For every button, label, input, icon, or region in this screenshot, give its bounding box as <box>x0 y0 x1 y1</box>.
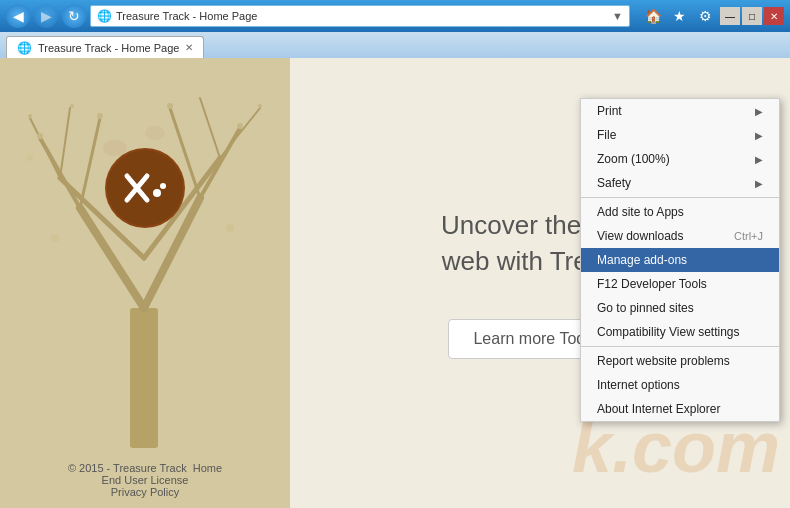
maximize-button[interactable]: □ <box>742 7 762 25</box>
menu-item-arrow: ▶ <box>755 154 763 165</box>
menu-item-label: Manage add-ons <box>597 253 687 267</box>
svg-point-25 <box>145 126 165 140</box>
tab-bar: 🌐 Treasure Track - Home Page ✕ <box>0 32 790 58</box>
svg-point-26 <box>107 150 183 226</box>
address-text: Treasure Track - Home Page <box>116 10 608 22</box>
footer-eula-link[interactable]: End User License <box>102 474 189 486</box>
menu-item-label: Print <box>597 104 622 118</box>
menu-item-file[interactable]: File▶ <box>581 123 779 147</box>
svg-point-18 <box>28 114 32 118</box>
menu-item-label: About Internet Explorer <box>597 402 720 416</box>
menu-item-arrow: ▶ <box>755 106 763 117</box>
menu-item-label: File <box>597 128 616 142</box>
menu-item-print[interactable]: Print▶ <box>581 99 779 123</box>
tab-icon: 🌐 <box>17 41 32 55</box>
menu-item-label: Go to pinned sites <box>597 301 694 315</box>
forward-button[interactable]: ▶ <box>34 4 58 28</box>
refresh-button[interactable]: ↻ <box>62 4 86 28</box>
menu-item-go-to-pinned-sites[interactable]: Go to pinned sites <box>581 296 779 320</box>
menu-separator <box>581 346 779 347</box>
menu-item-label: Add site to Apps <box>597 205 684 219</box>
svg-rect-1 <box>130 308 158 448</box>
title-bar: ◀ ▶ ↻ 🌐 Treasure Track - Home Page ▼ 🏠 ★… <box>0 0 790 32</box>
back-button[interactable]: ◀ <box>6 4 30 28</box>
svg-point-15 <box>97 113 103 119</box>
minimize-button[interactable]: — <box>720 7 740 25</box>
svg-point-29 <box>153 189 161 197</box>
svg-point-19 <box>70 104 74 108</box>
menu-item-label: F12 Developer Tools <box>597 277 707 291</box>
menu-item-f12-developer-tools[interactable]: F12 Developer Tools <box>581 272 779 296</box>
svg-point-17 <box>167 103 173 109</box>
address-bar-area: 🌐 Treasure Track - Home Page ▼ <box>90 5 630 27</box>
menu-item-view-downloads[interactable]: View downloadsCtrl+J <box>581 224 779 248</box>
tab-label: Treasure Track - Home Page <box>38 42 179 54</box>
page-sidebar: © 2015 - Treasure Track Home End User Li… <box>0 58 290 508</box>
footer-links: © 2015 - Treasure Track Home End User Li… <box>0 462 290 498</box>
svg-point-14 <box>37 133 43 139</box>
context-menu: Print▶File▶Zoom (100%)▶Safety▶Add site t… <box>580 98 780 422</box>
menu-item-safety[interactable]: Safety▶ <box>581 171 779 195</box>
tree-illustration <box>0 58 290 478</box>
menu-item-compatibility-view-settings[interactable]: Compatibility View settings <box>581 320 779 344</box>
menu-item-label: Internet options <box>597 378 680 392</box>
menu-item-internet-options[interactable]: Internet options <box>581 373 779 397</box>
menu-item-add-site-to-apps[interactable]: Add site to Apps <box>581 200 779 224</box>
svg-point-16 <box>237 123 243 129</box>
menu-item-label: Zoom (100%) <box>597 152 670 166</box>
site-logo <box>105 148 185 228</box>
menu-item-about-internet-explorer[interactable]: About Internet Explorer <box>581 397 779 421</box>
menu-item-label: Compatibility View settings <box>597 325 740 339</box>
menu-item-manage-add-ons[interactable]: Manage add-ons <box>581 248 779 272</box>
footer-home-link[interactable]: Home <box>193 462 222 474</box>
address-search-icon: ▼ <box>612 10 623 22</box>
menu-separator <box>581 197 779 198</box>
address-bar[interactable]: 🌐 Treasure Track - Home Page ▼ <box>90 5 630 27</box>
footer-copyright-line: © 2015 - Treasure Track Home <box>0 462 290 474</box>
menu-item-label: Safety <box>597 176 631 190</box>
home-button[interactable]: 🏠 <box>642 5 664 27</box>
browser-window: ◀ ▶ ↻ 🌐 Treasure Track - Home Page ▼ 🏠 ★… <box>0 0 790 508</box>
menu-item-report-website-problems[interactable]: Report website problems <box>581 349 779 373</box>
menu-item-arrow: ▶ <box>755 178 763 189</box>
svg-point-23 <box>27 155 33 161</box>
footer-copyright: © 2015 - Treasure Track <box>68 462 187 474</box>
menu-item-label: Report website problems <box>597 354 730 368</box>
svg-point-21 <box>51 234 59 242</box>
toolbar-right: 🏠 ★ ⚙ <box>642 5 716 27</box>
close-button[interactable]: ✕ <box>764 7 784 25</box>
menu-item-label: View downloads <box>597 229 684 243</box>
svg-point-30 <box>160 183 166 189</box>
svg-point-22 <box>226 224 234 232</box>
menu-item-zoom-(100%)[interactable]: Zoom (100%)▶ <box>581 147 779 171</box>
address-icon: 🌐 <box>97 9 112 23</box>
favorites-button[interactable]: ★ <box>668 5 690 27</box>
active-tab[interactable]: 🌐 Treasure Track - Home Page ✕ <box>6 36 204 58</box>
menu-item-shortcut: Ctrl+J <box>734 230 763 242</box>
content-area: © 2015 - Treasure Track Home End User Li… <box>0 58 790 508</box>
footer-privacy-link[interactable]: Privacy Policy <box>111 486 179 498</box>
svg-point-20 <box>258 104 262 108</box>
tab-close-button[interactable]: ✕ <box>185 42 193 53</box>
window-controls: — □ ✕ <box>720 7 784 25</box>
settings-button[interactable]: ⚙ <box>694 5 716 27</box>
menu-item-arrow: ▶ <box>755 130 763 141</box>
